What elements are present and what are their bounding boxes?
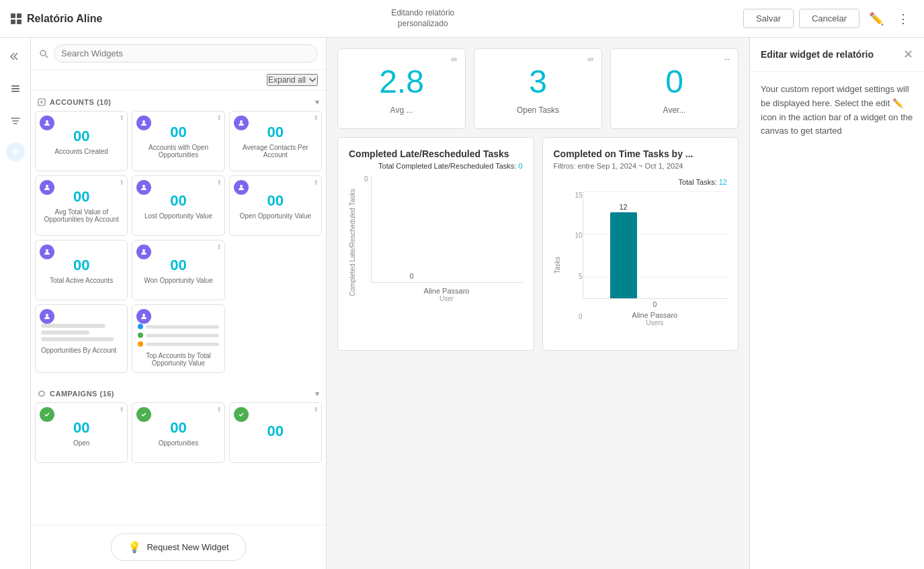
lightbulb-icon: 💡 — [128, 541, 141, 554]
right-panel-close-button[interactable]: ✕ — [903, 47, 913, 62]
campaign-open-value: 00 — [73, 419, 89, 437]
metric-open-tasks-label: Open Tasks — [517, 105, 559, 115]
sidebar-search-bar — [31, 38, 326, 70]
campaign-open-label: Open — [73, 439, 89, 447]
drag-handle-icon4[interactable]: ⬆ — [119, 179, 124, 186]
nav-add-icon[interactable] — [6, 142, 25, 161]
metric-card-avg: ∞ 2.8 Avg ... — [337, 48, 466, 129]
campaign-drag-icon1[interactable]: ⬆ — [119, 406, 124, 413]
chart-ontime-legend-value: 12 — [719, 178, 727, 186]
left-nav — [0, 38, 31, 569]
campaign-drag-icon3[interactable]: ⬆ — [313, 406, 319, 413]
avg-total-value-val: 00 — [73, 188, 89, 206]
editing-line2: personalizado — [398, 19, 448, 30]
metric-card-open-tasks: ∞ 3 Open Tasks — [474, 48, 602, 129]
chart1-plot-area: 0 Aline Passaro User — [371, 175, 523, 310]
won-opp-label: Won Opportunity Value — [144, 277, 212, 284]
editing-line1: Editando relatório — [391, 8, 454, 19]
svg-rect-2 — [11, 91, 19, 92]
request-widget-button[interactable]: 💡 Request New Widget — [111, 533, 245, 561]
svg-point-8 — [46, 185, 48, 187]
more-options-button[interactable]: ⋮ — [893, 7, 913, 30]
won-opp-value: 00 — [170, 257, 186, 274]
widget-open-opp-value[interactable]: ⬆ 00 Open Opportunity Value — [229, 175, 322, 236]
accounts-section-title: ACCOUNTS (10) — [38, 98, 111, 106]
request-widget-bar: 💡 Request New Widget — [31, 525, 326, 569]
widget-lost-opp[interactable]: ⬆ 00 Lost Opportunity Value — [132, 175, 224, 236]
campaign-drag-icon2[interactable]: ⬆ — [216, 406, 222, 413]
widget-avg-total-value[interactable]: ⬆ 00 Avg Total Value of Opportunities by… — [35, 175, 128, 236]
drag-handle-icon7[interactable]: ⬆ — [216, 243, 222, 251]
campaigns-icon — [38, 390, 46, 398]
widget-accounts-open-opp[interactable]: ⬆ 00 Accounts with Open Opportunities — [132, 111, 224, 171]
metric-card-aver: -- 0 Aver... — [610, 48, 739, 129]
chart2-x-label: Aline Passaro — [583, 311, 728, 319]
cancel-button[interactable]: Cancelar — [799, 9, 859, 28]
nav-collapse-icon[interactable] — [5, 46, 26, 67]
widget-campaign-3-icon — [234, 407, 249, 422]
metric-aver-indicator: -- — [724, 54, 730, 64]
widget-top-accounts[interactable]: Top Accounts by Total Opportunity Value — [132, 304, 224, 373]
expand-all-button[interactable]: Expand all — [267, 74, 318, 86]
avg-contacts-value: 00 — [267, 124, 284, 141]
accounts-icon — [38, 98, 46, 106]
accounts-created-value: 00 — [73, 128, 89, 145]
campaigns-section-title: CAMPAIGNS (16) — [38, 390, 114, 398]
accounts-open-opp-value: 00 — [170, 124, 186, 141]
chart1-bar-value: 0 — [410, 272, 414, 280]
drag-handle-icon3[interactable]: ⬆ — [313, 114, 319, 122]
svg-point-11 — [46, 249, 48, 252]
accounts-chevron-icon: ▾ — [315, 97, 319, 107]
opp-by-account-label: Opportunities By Account — [41, 347, 116, 354]
widget-won-opp-icon — [136, 245, 151, 259]
accounts-section-header[interactable]: ACCOUNTS (10) ▾ — [35, 93, 322, 111]
widget-accounts-created-icon — [40, 116, 54, 130]
widget-avg-contacts[interactable]: ⬆ 00 Average Contacts Per Account — [229, 111, 322, 171]
widget-accounts-created[interactable]: ⬆ 00 Accounts Created — [35, 111, 128, 171]
chart2-zero-label: 0 — [583, 300, 728, 308]
chart2-y-axis-label-wrapper: Tasks — [554, 191, 565, 339]
chart1-x-sublabel: User — [371, 295, 523, 302]
nav-list-icon[interactable] — [5, 78, 26, 99]
chart-completed-ontime: Completed on Time Tasks by ... Filtros: … — [542, 137, 739, 351]
chart-completed-late: Completed Late/Rescheduled Tasks Total C… — [337, 137, 534, 351]
svg-point-3 — [40, 50, 46, 56]
drag-handle-icon2[interactable]: ⬆ — [216, 114, 222, 122]
campaigns-widget-grid: ⬆ 00 Open ⬆ 00 Opportunities — [35, 402, 322, 463]
widget-campaign-3[interactable]: ⬆ 00 — [229, 402, 322, 463]
expand-icon — [308, 76, 317, 84]
chart2-area: Tasks 15 10 5 0 — [554, 191, 728, 339]
accounts-section: ACCOUNTS (10) ▾ ⬆ 00 Accounts Created — [31, 91, 326, 380]
chart2-y-axis-label: Tasks — [554, 257, 561, 274]
widget-won-opp[interactable]: ⬆ 00 Won Opportunity Value — [132, 240, 224, 300]
widget-total-active[interactable]: 00 Total Active Accounts — [35, 240, 128, 300]
drag-handle-icon6[interactable]: ⬆ — [313, 179, 319, 186]
widget-campaign-open[interactable]: ⬆ 00 Open — [35, 402, 128, 463]
accounts-chart-widgets: Opportunities By Account — [35, 304, 322, 373]
avg-total-value-label: Avg Total Value of Opportunities by Acco… — [41, 208, 122, 223]
open-opp-value-val: 00 — [267, 192, 284, 210]
editing-label: Editando relatório personalizado — [110, 8, 735, 29]
nav-filter-icon[interactable] — [5, 110, 26, 132]
drag-handle-icon[interactable]: ⬆ — [119, 114, 124, 122]
accounts-created-label: Accounts Created — [54, 148, 108, 155]
total-active-label: Total Active Accounts — [50, 277, 113, 284]
save-button[interactable]: Salvar — [743, 9, 794, 28]
chart2-bar — [610, 212, 637, 298]
chart-completed-late-title: Completed Late/Rescheduled Tasks — [349, 148, 523, 159]
svg-rect-0 — [11, 85, 19, 87]
search-input[interactable] — [54, 44, 318, 62]
widget-opp-by-account[interactable]: Opportunities By Account — [35, 304, 128, 373]
accounts-widget-grid-row2: ⬆ 00 Avg Total Value of Opportunities by… — [35, 175, 322, 236]
right-panel-title: Editar widget de relatório — [761, 49, 874, 60]
edit-pen-button[interactable]: ✏️ — [865, 7, 888, 30]
widget-campaign-opp[interactable]: ⬆ 00 Opportunities — [132, 402, 224, 463]
widget-accounts-open-opp-icon — [136, 116, 151, 130]
widget-top-accounts-icon — [136, 309, 151, 324]
accounts-widget-grid-row1: ⬆ 00 Accounts Created ⬆ 00 Accounts with… — [35, 111, 322, 171]
campaigns-section-header[interactable]: CAMPAIGNS (16) ▾ — [35, 385, 322, 402]
chart1-y-axis-label: Completed Late/Rescheduled Tasks — [349, 175, 360, 310]
chart-completed-late-legend: Total Completed Late/Rescheduled Tasks: … — [349, 162, 523, 170]
main-layout: Expand all ACCOUNTS (10) ▾ — [0, 38, 924, 569]
drag-handle-icon5[interactable]: ⬆ — [216, 179, 222, 186]
